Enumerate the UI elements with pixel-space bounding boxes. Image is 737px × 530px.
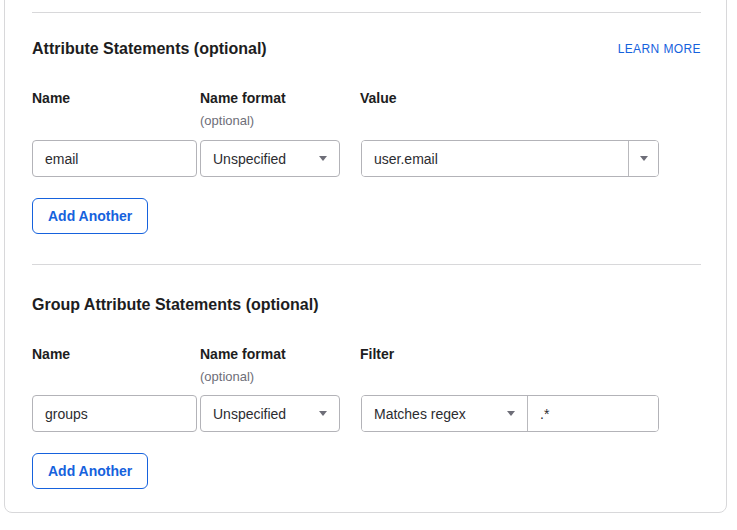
attribute-column-headers: Name Name format Value (32, 89, 701, 107)
attribute-value-dropdown-button[interactable] (628, 141, 658, 176)
attribute-statements-section-header: Attribute Statements (optional) LEARN MO… (32, 39, 701, 59)
add-another-attribute-button[interactable]: Add Another (32, 198, 148, 234)
section-divider-middle (32, 264, 701, 265)
caret-down-icon (319, 411, 327, 416)
column-header-name-format: Name format (200, 345, 360, 363)
column-header-name: Name (32, 89, 200, 107)
group-attribute-statements-section-header: Group Attribute Statements (optional) (32, 295, 701, 315)
group-name-input[interactable] (32, 395, 197, 432)
name-format-optional-note: (optional) (32, 369, 701, 385)
column-header-filter: Filter (360, 345, 701, 363)
saml-settings-card: Attribute Statements (optional) LEARN MO… (4, 0, 727, 513)
column-header-name-format: Name format (200, 89, 360, 107)
column-header-value: Value (360, 89, 701, 107)
add-another-group-attribute-button[interactable]: Add Another (32, 453, 148, 489)
group-attribute-statements-title: Group Attribute Statements (optional) (32, 295, 319, 315)
section-divider-top (32, 12, 701, 13)
group-attribute-statement-row: Unspecified Matches regex (32, 395, 701, 432)
group-filter-combo: Matches regex (361, 395, 659, 432)
attribute-name-format-selected-value: Unspecified (213, 151, 286, 167)
attribute-name-format-select[interactable]: Unspecified (200, 140, 340, 177)
group-filter-value-input[interactable] (528, 396, 658, 431)
attribute-name-input[interactable] (32, 140, 197, 177)
group-filter-type-select[interactable]: Matches regex (362, 396, 528, 431)
caret-down-icon (319, 156, 327, 161)
group-filter-type-selected-value: Matches regex (374, 406, 466, 422)
attribute-value-combo (361, 140, 659, 177)
column-header-name: Name (32, 345, 200, 363)
attribute-value-input[interactable] (362, 141, 628, 176)
learn-more-link[interactable]: LEARN MORE (618, 42, 701, 57)
group-column-headers: Name Name format Filter (32, 345, 701, 363)
group-name-format-select[interactable]: Unspecified (200, 395, 340, 432)
name-format-optional-note: (optional) (32, 113, 701, 129)
caret-down-icon (640, 156, 648, 161)
attribute-statements-title: Attribute Statements (optional) (32, 39, 267, 59)
attribute-statement-row: Unspecified (32, 140, 701, 177)
group-name-format-selected-value: Unspecified (213, 406, 286, 422)
caret-down-icon (507, 411, 515, 416)
